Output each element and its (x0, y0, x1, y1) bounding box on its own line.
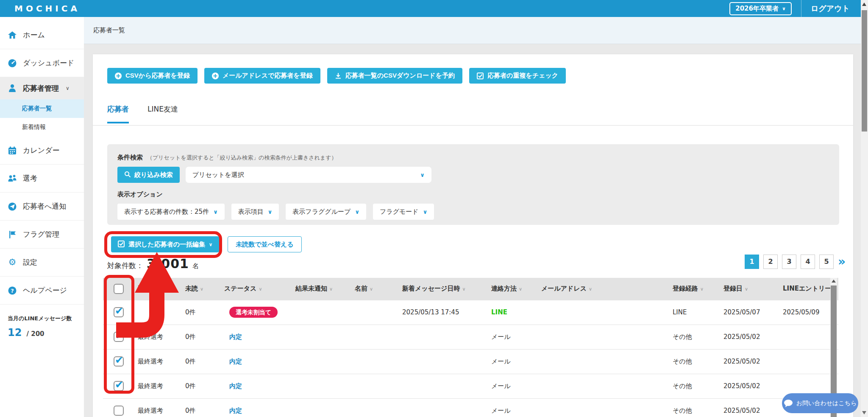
sort-icon: ∨ (700, 286, 704, 292)
logout-button[interactable]: ログアウト (811, 3, 850, 14)
topbar-right: 2026年卒業者 ∨ ログアウト (729, 0, 861, 17)
col-line-entry-date[interactable]: LINEエントリー日 (779, 278, 838, 300)
app-root: MOCHICA 2026年卒業者 ∨ ログアウト 応募者一覧 ホーム ダッシュボ… (0, 0, 868, 417)
sidebar-item-dashboard[interactable]: ダッシュボード (0, 49, 84, 77)
status-link[interactable]: 内定 (229, 358, 242, 365)
line-usage-used: 12 (8, 327, 22, 339)
status-link[interactable]: 内定 (229, 333, 242, 341)
status-link[interactable]: 内定 (229, 407, 242, 414)
row-checkbox[interactable] (114, 356, 124, 367)
sidebar-item-help[interactable]: ? ヘルプページ (0, 277, 84, 305)
page-scrollbar[interactable] (861, 0, 868, 417)
row-checkbox[interactable] (114, 406, 124, 416)
next-pages-icon[interactable]: » (838, 255, 846, 268)
col-registration-route[interactable]: 登録経路∨ (669, 278, 720, 300)
sidebar-subitem-new-info[interactable]: 新着情報 (0, 118, 84, 137)
chevron-down-icon: ∨ (213, 209, 218, 215)
dashboard-icon (8, 59, 17, 68)
page-button-1[interactable]: 1 (745, 255, 759, 269)
line-message-usage: 当月のLINEメッセージ数 12 / 200 (0, 304, 84, 339)
sidebar-item-settings[interactable]: ⚙ 設定 (0, 249, 84, 277)
graduation-year-selector[interactable]: 2026年卒業者 ∨ (729, 2, 792, 15)
list-actions: 選択した応募者の一括編集 ∨ 未読数で並べ替える (111, 236, 302, 252)
display-count-dropdown[interactable]: 表示する応募者の件数：25件 ∨ (117, 204, 225, 220)
page-scrollbar-thumb[interactable] (862, 10, 867, 132)
tab-divider (93, 125, 853, 126)
preset-select[interactable]: プリセットを選択 ∨ (186, 167, 431, 183)
bulk-edit-selected-button[interactable]: 選択した応募者の一括編集 ∨ (111, 236, 219, 252)
display-items-dropdown[interactable]: 表示項目 ∨ (231, 204, 279, 220)
select-all-checkbox[interactable] (114, 284, 124, 294)
display-options-label: 表示オプション (117, 190, 829, 199)
chevron-down-icon: ∨ (423, 209, 428, 215)
col-result-unnotified[interactable]: 結果未通知∨ (292, 278, 351, 300)
page-button-3[interactable]: 3 (782, 255, 796, 269)
sidebar-item-notify-applicants[interactable]: 応募者へ通知 (0, 193, 84, 221)
col-name[interactable]: 名前∨ (351, 278, 399, 300)
filter-search-button[interactable]: 絞り込み検索 (117, 167, 180, 183)
notify-icon (8, 202, 17, 211)
calendar-icon (8, 146, 17, 155)
row-checkbox[interactable] (114, 381, 124, 391)
target-count-value: 3,001 (147, 256, 189, 271)
tab-applicants[interactable]: 応募者 (107, 104, 129, 123)
chevron-down-icon: ∨ (66, 85, 70, 91)
scroll-down-icon[interactable] (862, 411, 866, 414)
chevron-down-icon: ∨ (209, 242, 212, 247)
duplicate-check-button[interactable]: 応募者の重複をチェック (469, 68, 566, 84)
col-new-message-date[interactable]: 新着メッセージ日時∨ (399, 278, 488, 300)
sidebar-item-applicant-management[interactable]: 応募者管理 ∨ (0, 77, 84, 99)
svg-text:?: ? (11, 287, 14, 294)
table-row: 最終選考 0件 内定 メール その他 2025/05/02 (103, 398, 838, 417)
search-panel-title: 条件検索 (117, 154, 143, 162)
scroll-up-icon[interactable] (862, 3, 866, 6)
chevron-down-icon: ∨ (268, 209, 273, 215)
scroll-up-icon[interactable] (832, 280, 836, 283)
contact-method: LINE (491, 308, 507, 316)
col-registration-date[interactable]: 登録日∨ (720, 278, 779, 300)
applicant-table: 選考名∨ 未読∨ ステータス∨ 結果未通知∨ 名前∨ 新着メッセージ日時∨ 連絡… (103, 278, 838, 417)
register-by-email-button[interactable]: メールアドレスで応募者を登録 (204, 68, 320, 84)
home-icon (8, 31, 17, 40)
sort-icon: ∨ (159, 286, 162, 292)
sort-by-unread-button[interactable]: 未読数で並べ替える (228, 236, 301, 252)
sidebar-item-calendar[interactable]: カレンダー (0, 137, 84, 165)
plus-circle-icon (212, 73, 219, 79)
register-from-csv-button[interactable]: CSVから応募者を登録 (107, 68, 198, 84)
page-button-2[interactable]: 2 (763, 255, 778, 269)
tab-line-friends[interactable]: LINE友達 (147, 104, 178, 123)
pagination: 1 2 3 4 5 » (745, 255, 846, 269)
help-icon: ? (8, 286, 17, 295)
chevron-down-icon: ∨ (420, 172, 425, 178)
row-checkbox[interactable] (114, 307, 124, 317)
sidebar-item-selection[interactable]: 選考 (0, 165, 84, 193)
csv-download-reserve-button[interactable]: 応募者一覧のCSVダウンロードを予約 (327, 68, 462, 84)
sidebar-item-home[interactable]: ホーム (0, 21, 84, 49)
table-header-row: 選考名∨ 未読∨ ステータス∨ 結果未通知∨ 名前∨ 新着メッセージ日時∨ 連絡… (103, 278, 838, 300)
app-logo: MOCHICA (14, 3, 80, 14)
target-count-label: 対象件数： (107, 261, 143, 271)
col-email[interactable]: メールアドレス∨ (538, 278, 669, 300)
plus-circle-icon (115, 73, 122, 79)
flag-mode-dropdown[interactable]: フラグモード ∨ (373, 204, 434, 220)
preset-select-value: プリセットを選択 (192, 171, 244, 179)
line-usage-total: / 200 (27, 330, 45, 338)
contact-chat-button[interactable]: お問い合わせはこちら (782, 393, 858, 413)
page-button-5[interactable]: 5 (819, 255, 834, 269)
page-button-4[interactable]: 4 (801, 255, 815, 269)
col-exam-name[interactable]: 選考名∨ (134, 278, 182, 300)
sort-icon: ∨ (329, 286, 333, 292)
col-unread[interactable]: 未読∨ (182, 278, 221, 300)
flag-group-dropdown[interactable]: 表示フラググループ ∨ (286, 204, 366, 220)
sidebar-subitem-applicant-list[interactable]: 応募者一覧 (0, 99, 84, 118)
line-usage-label: 当月のLINEメッセージ数 (8, 315, 84, 322)
row-checkbox[interactable] (114, 332, 124, 342)
sidebar-item-flag-management[interactable]: フラグ管理 (0, 221, 84, 249)
sort-icon: ∨ (519, 286, 522, 292)
status-link[interactable]: 内定 (229, 382, 242, 390)
tab-bar: 応募者 LINE友達 (107, 104, 178, 123)
col-contact-method[interactable]: 連絡方法∨ (488, 278, 538, 300)
search-panel-note: （プリセットを選択すると「絞り込み検索」の検索条件が上書きされます） (147, 154, 337, 162)
chevron-down-icon: ∨ (355, 209, 359, 215)
col-status[interactable]: ステータス∨ (221, 278, 292, 300)
